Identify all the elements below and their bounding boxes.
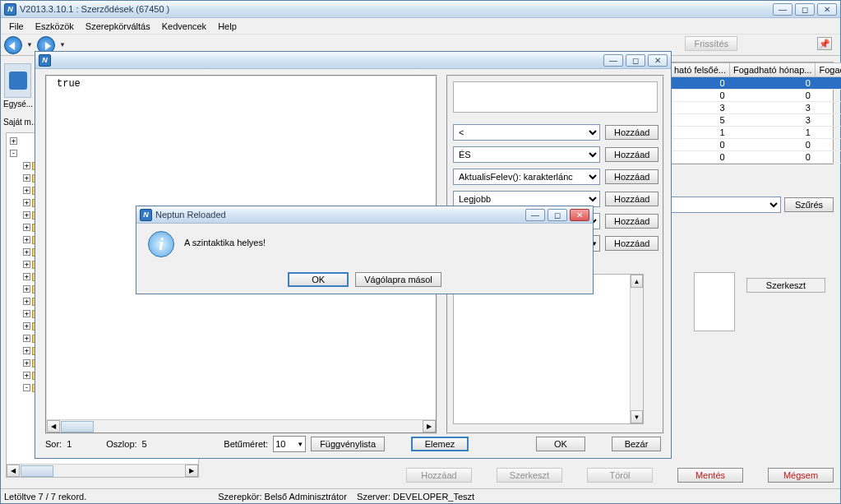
tree-expand-icon[interactable]: + <box>23 273 30 280</box>
combo-4[interactable]: Legjobb <box>453 191 600 207</box>
pin-icon[interactable]: 📌 <box>817 37 832 50</box>
dialog-title: Neptun Reloaded <box>155 210 226 220</box>
grid-row[interactable]: 00 <box>671 77 842 90</box>
tree-expand-icon[interactable]: + <box>23 187 30 194</box>
editor-close-btn[interactable]: Bezár <box>612 437 661 451</box>
grid-header[interactable]: ható felsőé... <box>671 63 730 77</box>
bottom-delete-button[interactable]: Töröl <box>587 468 653 483</box>
dialog-close-button[interactable]: ✕ <box>570 209 589 221</box>
status-server: DEVELOPER_Teszt <box>393 492 474 502</box>
edit-right-button[interactable]: Szerkeszt <box>746 278 825 293</box>
filter-combo[interactable] <box>666 197 781 213</box>
module-icon[interactable] <box>4 63 31 98</box>
tree-expand-icon[interactable]: + <box>23 248 30 256</box>
col-value: 5 <box>142 439 147 449</box>
combo-3[interactable]: AktualisFelev(): karakterlánc <box>453 169 600 185</box>
nav-back-button[interactable] <box>4 36 22 54</box>
grid-row[interactable]: 53 <box>671 114 842 127</box>
tree-expand-icon[interactable]: + <box>23 372 30 379</box>
nav-forward-dropdown[interactable]: ▼ <box>57 41 68 49</box>
app-icon: N <box>140 209 152 221</box>
main-close-button[interactable]: ✕ <box>817 3 837 16</box>
menu-file[interactable]: File <box>4 20 29 33</box>
menu-help[interactable]: Help <box>213 20 242 33</box>
grid-row[interactable]: 33 <box>671 102 842 114</box>
tree-expand-icon[interactable]: + <box>23 322 30 330</box>
bottom-save-button[interactable]: Mentés <box>677 468 743 483</box>
status-record-count: Letöltve 7 / 7 rekord. <box>4 492 86 502</box>
add-button-4[interactable]: Hozzáad <box>605 192 658 206</box>
tree-expand-icon[interactable]: + <box>23 359 30 367</box>
tree-expand-icon[interactable]: + <box>23 347 30 354</box>
bottom-cancel-button[interactable]: Mégsem <box>768 468 834 483</box>
tree-hscroll[interactable]: ◀▶ <box>7 464 198 477</box>
dialog-message: A szintaktika helyes! <box>184 238 266 247</box>
right-list-vscroll[interactable]: ▲▼ <box>630 275 643 423</box>
dialog-maximize-button[interactable]: ◻ <box>548 209 567 221</box>
tree-expand-icon[interactable]: + <box>23 174 30 182</box>
grid-row[interactable]: 00 <box>671 90 842 102</box>
add-button-2[interactable]: Hozzáad <box>605 147 658 162</box>
tab-label[interactable]: Saját m... <box>3 118 38 127</box>
main-maximize-button[interactable]: ◻ <box>795 3 815 16</box>
tree-expand-icon[interactable]: + <box>23 310 30 317</box>
editor-minimize-button[interactable]: ― <box>603 54 623 67</box>
add-button-6[interactable]: Hozzáad <box>605 236 658 251</box>
tree-expand-icon[interactable]: + <box>23 261 30 268</box>
tree-expand-icon[interactable]: + <box>23 236 30 243</box>
tree-expand-icon[interactable]: + <box>23 335 30 342</box>
editor-maximize-button[interactable]: ◻ <box>626 54 645 67</box>
dialog-ok-button[interactable]: OK <box>288 272 349 287</box>
filter-button[interactable]: Szűrés <box>784 197 834 212</box>
dialog-titlebar: N Neptun Reloaded ― ◻ ✕ <box>136 206 593 224</box>
combo-2[interactable]: ÉS <box>453 146 600 163</box>
code-hscroll[interactable]: ◀▶ <box>47 419 436 432</box>
combo-1[interactable]: < <box>453 124 600 141</box>
bottom-add-button[interactable]: Hozzáad <box>406 468 472 483</box>
grid-header[interactable]: Fogadható hónap... <box>730 63 816 77</box>
tree-expand-icon[interactable]: + <box>10 137 17 145</box>
add-button-1[interactable]: Hozzáad <box>605 125 658 140</box>
tree-expand-icon[interactable]: + <box>23 298 30 305</box>
right-list-box[interactable]: ▲▼ <box>453 274 644 424</box>
dialog-minimize-button[interactable]: ― <box>525 209 545 221</box>
editor-titlebar: N ― ◻ ✕ <box>35 52 671 69</box>
tree-expand-icon[interactable]: + <box>23 162 30 169</box>
menu-roleswitch[interactable]: Szerepkörváltás <box>81 20 155 33</box>
fontsize-select[interactable]: 10▼ <box>273 436 306 452</box>
add-button-3[interactable]: Hozzáad <box>605 169 658 184</box>
tree-expand-icon[interactable]: + <box>23 211 30 219</box>
module-label: Egysé... <box>3 99 33 109</box>
menu-tools[interactable]: Eszközök <box>30 20 79 33</box>
main-title: V2013.3.10.1 : Szerződések (67450 ) <box>20 4 169 14</box>
status-bar: Letöltve 7 / 7 rekord. Szerepkör: Belső … <box>1 488 840 503</box>
grid-row[interactable]: 11 <box>671 127 842 139</box>
bottom-edit-button[interactable]: Szerkeszt <box>497 468 562 483</box>
editor-close-button[interactable]: ✕ <box>648 54 668 67</box>
app-icon: N <box>4 3 16 16</box>
funclist-button[interactable]: Függvénylista <box>311 437 385 451</box>
tree-expand-icon[interactable]: + <box>23 224 30 231</box>
menu-favorites[interactable]: Kedvencek <box>157 20 211 33</box>
grid-row[interactable]: 00 <box>671 139 842 151</box>
right-upper-box <box>453 81 658 113</box>
dialog-copy-button[interactable]: Vágólapra másol <box>355 272 441 287</box>
col-label: Oszlop: <box>106 439 136 449</box>
add-button-5[interactable]: Hozzáad <box>605 214 658 229</box>
menu-bar: File Eszközök Szerepkörváltás Kedvencek … <box>1 18 840 35</box>
grid-header[interactable]: Fogadh <box>816 63 841 77</box>
nav-back-dropdown[interactable]: ▼ <box>24 41 35 49</box>
tree-expand-icon[interactable]: + <box>23 199 30 206</box>
refresh-button[interactable]: Frissítés <box>685 36 737 51</box>
grid-row[interactable]: 00 <box>671 151 842 164</box>
tree-expand-icon[interactable]: + <box>23 285 30 293</box>
editor-ok-button[interactable]: OK <box>536 437 585 451</box>
main-minimize-button[interactable]: ― <box>773 3 792 16</box>
status-role: Belső Adminisztrátor <box>265 492 347 502</box>
info-icon: i <box>148 231 174 257</box>
parse-button[interactable]: Elemez <box>411 437 469 451</box>
row-value: 1 <box>67 439 72 449</box>
row-label: Sor: <box>45 439 62 449</box>
code-text: true <box>47 76 436 91</box>
status-server-label: Szerver: <box>357 492 390 502</box>
